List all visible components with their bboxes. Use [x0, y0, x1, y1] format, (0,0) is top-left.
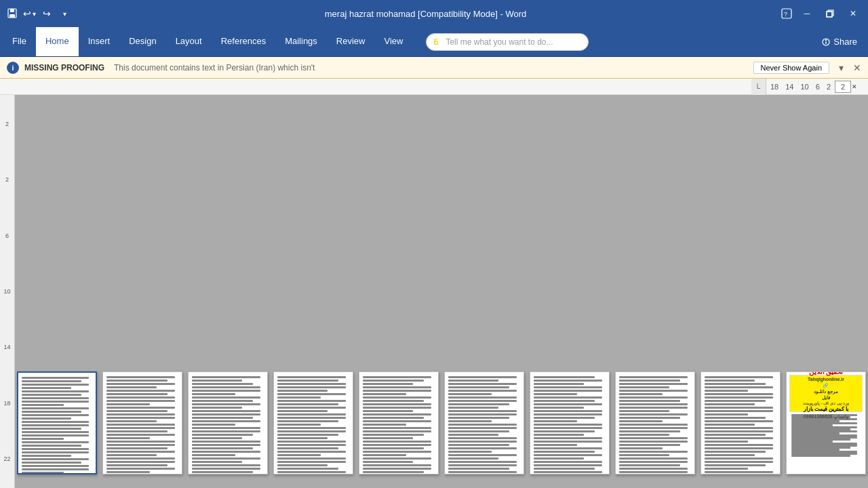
line — [705, 396, 773, 399]
tab-layout[interactable]: Layout — [166, 27, 212, 56]
line — [192, 400, 253, 402]
line — [106, 468, 175, 470]
tab-home[interactable]: Home — [36, 27, 79, 56]
line — [192, 403, 260, 405]
line — [106, 380, 167, 382]
page-7[interactable] — [530, 371, 610, 474]
page-thumbnail-8[interactable] — [615, 371, 695, 474]
ruler-numbers: 18 14 10 6 2 2 ✕ — [768, 81, 857, 93]
page-2[interactable] — [102, 371, 182, 474]
line — [277, 393, 346, 395]
page-thumbnail-3[interactable] — [188, 371, 268, 474]
line — [192, 434, 253, 436]
tell-me-input[interactable]: Tell me what you want to do... — [426, 33, 589, 51]
tab-insert[interactable]: Insert — [79, 27, 120, 56]
close-button[interactable]: ✕ — [844, 4, 863, 23]
line — [277, 458, 346, 460]
customize-button[interactable]: ▾ — [58, 7, 71, 20]
line — [363, 454, 406, 456]
line — [192, 468, 260, 470]
line — [363, 427, 431, 429]
notif-dismiss-button[interactable]: ✕ — [853, 62, 861, 73]
page-thumbnail-6[interactable] — [444, 371, 524, 474]
line — [192, 464, 260, 466]
line — [192, 451, 260, 453]
line — [448, 451, 492, 453]
line — [619, 451, 688, 453]
left-ruler-6: 6 — [5, 232, 9, 239]
svg-rect-7 — [827, 12, 832, 17]
line — [192, 417, 253, 419]
line — [106, 471, 150, 473]
save-icon[interactable] — [5, 7, 19, 20]
line — [192, 447, 253, 449]
redo-button[interactable]: ↪ — [40, 7, 54, 20]
tab-review[interactable]: Review — [327, 27, 375, 56]
line — [619, 376, 688, 378]
line — [448, 403, 509, 405]
never-show-again-button[interactable]: Never Show Again — [753, 62, 830, 74]
line — [363, 424, 406, 426]
line — [22, 431, 89, 433]
tab-file[interactable]: File — [3, 27, 36, 56]
line — [534, 410, 602, 412]
line — [619, 458, 688, 460]
page-thumbnail-1[interactable] — [17, 371, 97, 474]
minimize-button[interactable]: ─ — [797, 4, 816, 23]
restore-button[interactable] — [821, 4, 840, 23]
line — [705, 424, 755, 426]
page-3[interactable] — [188, 371, 268, 474]
title-bar-right: ? ─ ✕ — [780, 4, 863, 23]
line — [106, 464, 167, 466]
tab-references[interactable]: References — [212, 27, 275, 56]
line — [277, 386, 346, 388]
line — [534, 396, 602, 399]
line — [106, 420, 157, 422]
page-4[interactable] — [273, 371, 353, 474]
tab-design[interactable]: Design — [119, 27, 165, 56]
page-6[interactable] — [444, 371, 524, 474]
page-thumbnail-4[interactable] — [273, 371, 353, 474]
page-8[interactable] — [615, 371, 695, 474]
line — [22, 421, 89, 423]
line — [22, 428, 81, 430]
line — [363, 420, 431, 422]
line — [705, 386, 773, 388]
line — [619, 393, 663, 395]
page-5[interactable] — [359, 371, 439, 474]
page-thumbnail-9[interactable] — [701, 371, 781, 474]
help-icon[interactable]: ? — [780, 7, 793, 20]
page-thumbnail-5[interactable] — [359, 371, 439, 474]
page-9[interactable] — [701, 371, 781, 474]
line — [705, 413, 748, 415]
line — [277, 376, 346, 378]
line — [448, 461, 517, 463]
line — [277, 444, 346, 446]
line — [705, 471, 773, 473]
share-button[interactable]: Share — [813, 27, 865, 56]
undo-button[interactable]: ↩ ▾ — [23, 8, 36, 19]
tab-mailings[interactable]: Mailings — [275, 27, 327, 56]
line — [363, 390, 431, 392]
line — [363, 434, 424, 436]
page-thumbnail-7[interactable] — [530, 371, 610, 474]
line — [619, 396, 688, 399]
left-ruler-14: 14 — [3, 344, 10, 350]
line — [192, 424, 235, 426]
page-thumbnail-10[interactable]: تحقیق آنلاین Tahqighonline.ir 🔗 مرجع دان… — [786, 371, 866, 474]
page-10-ad[interactable]: تحقیق آنلاین Tahqighonline.ir 🔗 مرجع دان… — [786, 371, 866, 474]
line — [363, 410, 413, 412]
tab-view[interactable]: View — [374, 27, 412, 56]
notif-close-button[interactable]: ▾ — [839, 62, 844, 73]
page-thumbnail-2[interactable] — [102, 371, 182, 474]
svg-rect-3 — [9, 9, 10, 12]
line — [619, 454, 669, 456]
line — [619, 413, 688, 415]
line — [448, 386, 509, 388]
line — [192, 390, 260, 392]
line — [277, 424, 321, 426]
ruler-num-6: 6 — [813, 83, 823, 91]
line — [534, 413, 602, 415]
page-1[interactable] — [17, 371, 97, 474]
line — [705, 420, 773, 422]
